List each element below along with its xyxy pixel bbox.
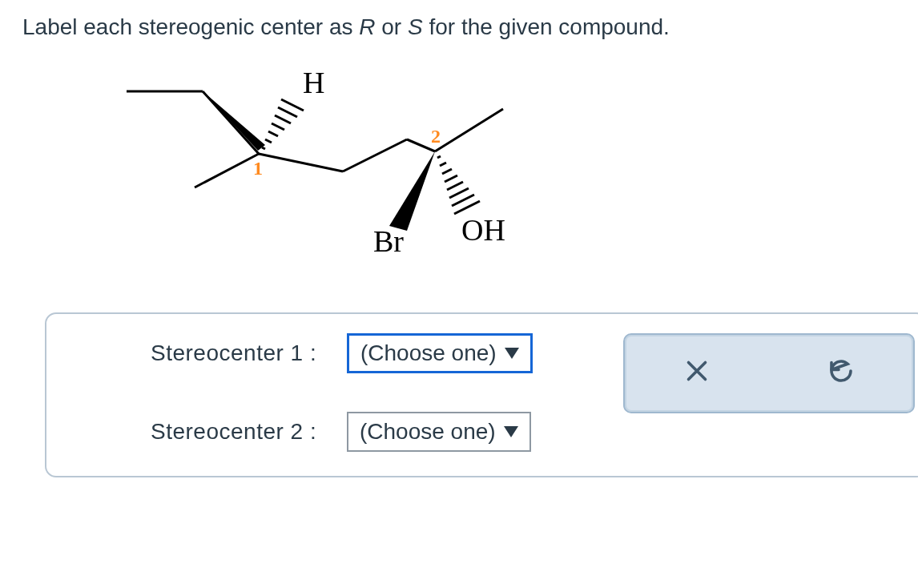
stereocenter-2-value: (Choose one) [360,419,496,445]
svg-line-11 [275,115,291,123]
question-mid: or [376,14,408,39]
question-suffix: for the given compound. [423,14,670,39]
stereocenter-1-label: Stereocenter 1 : [151,340,347,366]
svg-line-15 [440,163,446,166]
hash-bond-c1-h [262,99,304,149]
center-number-1: 1 [253,158,263,179]
atom-label-h: H [303,66,324,99]
svg-line-17 [445,175,457,182]
clear-button[interactable] [625,335,769,412]
question-text: Label each stereogenic center as R or S … [22,14,896,40]
svg-line-13 [281,99,304,111]
stereocenter-2-select[interactable]: (Choose one) [347,412,531,452]
svg-line-1 [203,91,259,154]
stereocenter-1-value: (Choose one) [360,340,497,366]
svg-line-3 [259,154,343,171]
close-icon [682,356,711,391]
chevron-down-icon [504,426,518,437]
question-s: S [408,14,423,39]
reset-button[interactable] [769,335,913,412]
svg-line-16 [442,169,452,174]
atom-label-br: Br [373,224,404,258]
question-prefix: Label each stereogenic center as [22,14,359,39]
chevron-down-icon [505,348,519,359]
svg-line-18 [447,182,463,190]
svg-line-8 [265,139,272,143]
center-number-2: 2 [431,126,441,147]
svg-line-9 [268,131,278,136]
stereocenter-1-select[interactable]: (Choose one) [347,333,533,373]
undo-icon [827,356,856,391]
svg-line-10 [272,123,284,130]
svg-line-12 [278,107,297,117]
toolbar [623,333,915,413]
hash-bond-c2-oh [437,156,480,214]
answer-panel: Stereocenter 1 : (Choose one) Stereocent… [45,312,918,477]
svg-line-6 [435,109,503,151]
atom-label-oh: OH [461,213,505,247]
svg-line-20 [452,195,474,206]
svg-line-14 [437,156,441,158]
stereocenter-2-label: Stereocenter 2 : [151,419,347,445]
svg-line-7 [262,147,265,149]
wedge-bond-c2-br [389,151,435,231]
svg-line-2 [195,154,259,187]
chemical-structure: H Br OH 1 2 [119,59,567,284]
wedge-bond-c1 [203,91,265,151]
question-r: R [359,14,375,39]
svg-line-4 [343,139,407,171]
svg-line-19 [449,188,469,198]
